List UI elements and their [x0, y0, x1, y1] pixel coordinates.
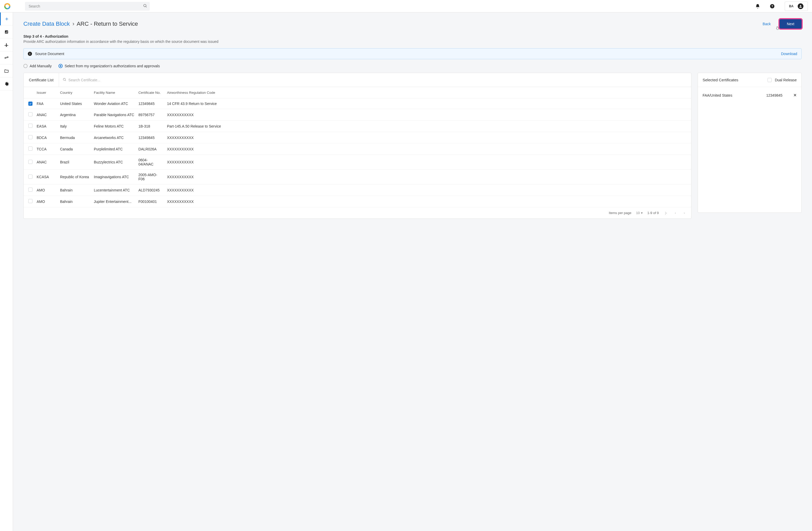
table-row[interactable]: AMOBahrainJupiter Entertainment...F00100…	[24, 196, 691, 207]
cell-issuer: BDCA	[34, 132, 58, 143]
authorization-mode-radios: Add Manually Select from my organization…	[24, 64, 802, 68]
banner-label: Source Document	[35, 52, 64, 56]
col-country: Country	[58, 87, 92, 99]
remove-selected-button[interactable]: ✕	[793, 93, 797, 98]
cell-facility: Arcanetworks ATC	[92, 132, 136, 143]
cell-arc: XXXXXXXXXXX	[165, 196, 691, 207]
cell-arc: XXXXXXXXXXX	[165, 185, 691, 196]
source-document-banner: i Source Document Download	[24, 48, 802, 59]
table-row[interactable]: KCASARepublic of KoreaImaginavigations A…	[24, 169, 691, 185]
cell-cert-no: 0604-04/ANAC	[136, 155, 165, 169]
col-issuer: Issuer	[34, 87, 58, 99]
cell-cert-no: 12349845	[136, 99, 165, 109]
table-row[interactable]: FAAUnited StatesWonder Aviation ATC12349…	[24, 99, 691, 109]
cell-facility: Lucentertainment ATC	[92, 185, 136, 196]
row-checkbox[interactable]	[28, 112, 32, 116]
cell-facility: Purplelimited ATC	[92, 143, 136, 155]
table-row[interactable]: ANACArgentinaParable Navigations ATC8975…	[24, 109, 691, 120]
cell-arc: XXXXXXXXXXX	[165, 132, 691, 143]
prev-page-button[interactable]: ‹	[673, 210, 677, 215]
global-search	[25, 2, 150, 11]
cell-issuer: AMO	[34, 196, 58, 207]
certificate-list-title: Certificate List	[24, 73, 59, 87]
radio-add-manually[interactable]: Add Manually	[24, 64, 52, 68]
first-page-button[interactable]: |‹	[664, 210, 669, 215]
items-per-page-select[interactable]: 10 ▾	[636, 211, 642, 215]
sidenav-item-aircraft[interactable]	[0, 39, 13, 51]
col-arc: Airworthiness Regulation Code	[165, 87, 691, 99]
breadcrumb-link[interactable]: Create Data Block	[24, 20, 70, 27]
dual-release-label: Dual Release	[775, 78, 797, 82]
row-checkbox[interactable]	[28, 124, 32, 128]
svg-point-4	[800, 5, 801, 6]
cell-country: Argentina	[58, 109, 92, 120]
cell-country: Republic of Korea	[58, 169, 92, 185]
cell-cert-no: DALR026A	[136, 143, 165, 155]
back-button[interactable]: Back	[759, 19, 774, 29]
sidenav-item-folder[interactable]	[0, 64, 13, 77]
row-checkbox[interactable]	[28, 175, 32, 179]
bell-icon[interactable]	[755, 4, 760, 9]
certificate-list-panel: Certificate List Issuer	[24, 73, 692, 219]
table-row[interactable]: BDCABermudaArcanetworks ATC12349845XXXXX…	[24, 132, 691, 143]
selected-cert-name: FAA/United States	[702, 93, 763, 98]
row-checkbox[interactable]	[28, 102, 32, 106]
cell-cert-no: 2005-AMO-F06	[136, 169, 165, 185]
cell-arc: 14 CFR 43.9 Return to Service	[165, 99, 691, 109]
topbar: ? BA	[0, 0, 812, 13]
cell-facility: Feline Motors ATC	[92, 120, 136, 132]
radio-select-from-org-label: Select from my organization's authorizat…	[65, 64, 160, 68]
search-input[interactable]	[25, 2, 150, 11]
breadcrumb-separator: ›	[73, 20, 74, 27]
download-link[interactable]: Download	[781, 52, 797, 56]
cell-issuer: KCASA	[34, 169, 58, 185]
table-row[interactable]: AMOBahrainLucentertainment ATCALD7930245…	[24, 185, 691, 196]
user-badge[interactable]: BA	[785, 2, 808, 11]
cell-issuer: TCCA	[34, 143, 58, 155]
cell-issuer: ANAC	[34, 109, 58, 120]
items-per-page-label: Items per page	[609, 211, 632, 215]
help-icon[interactable]: ?	[770, 4, 775, 9]
cell-facility: Wonder Aviation ATC	[92, 99, 136, 109]
search-icon[interactable]	[143, 4, 147, 9]
table-row[interactable]: ANACBrazilBuzzylectrics ATC0604-04/ANACX…	[24, 155, 691, 169]
selected-cert-number: 12349845	[766, 93, 789, 98]
radio-select-from-org[interactable]: Select from my organization's authorizat…	[58, 64, 160, 68]
sidenav-item-create[interactable]	[0, 13, 13, 26]
table-row[interactable]: EASAItalyFeline Motors ATC1B-318Part-145…	[24, 120, 691, 132]
cell-cert-no: 1B-318	[136, 120, 165, 132]
table-row[interactable]: TCCACanadaPurplelimited ATCDALR026AXXXXX…	[24, 143, 691, 155]
sidenav-item-dashboard[interactable]	[0, 26, 13, 39]
cell-cert-no: 12349845	[136, 132, 165, 143]
svg-rect-8	[5, 32, 6, 33]
cell-country: Canada	[58, 143, 92, 155]
row-checkbox[interactable]	[28, 135, 32, 139]
selected-certificates-title: Selected Certificates	[702, 78, 765, 82]
cell-facility: Imaginavigations ATC	[92, 169, 136, 185]
selected-certificate-row: FAA/United States12349845✕	[702, 91, 797, 99]
sidenav-item-transfer[interactable]	[0, 51, 13, 64]
cell-facility: Jupiter Entertainment...	[92, 196, 136, 207]
svg-point-11	[63, 78, 65, 80]
dual-release-checkbox[interactable]	[768, 78, 772, 82]
radio-add-manually-label: Add Manually	[30, 64, 52, 68]
search-icon	[63, 78, 66, 82]
row-checkbox[interactable]	[28, 160, 32, 164]
user-initials: BA	[789, 4, 794, 8]
certificate-search-input[interactable]	[68, 78, 687, 82]
sidenav	[0, 13, 13, 531]
row-checkbox[interactable]	[28, 147, 32, 151]
selected-certificates-panel: Selected Certificates Dual Release FAA/U…	[698, 73, 802, 213]
row-checkbox[interactable]	[28, 199, 32, 203]
svg-rect-10	[7, 31, 8, 33]
row-checkbox[interactable]	[28, 188, 32, 192]
step-description: Provide ARC authorization information in…	[24, 40, 802, 44]
svg-rect-9	[6, 31, 7, 33]
certificate-table: Issuer Country Facility Name Certificate…	[24, 87, 691, 207]
cell-issuer: AMO	[34, 185, 58, 196]
sidenav-item-settings[interactable]	[0, 77, 13, 90]
cell-cert-no: 89756757	[136, 109, 165, 120]
next-page-button[interactable]: ›	[682, 210, 686, 215]
breadcrumb: Create Data Block › ARC - Return to Serv…	[24, 20, 138, 27]
next-button[interactable]: Next	[780, 19, 802, 29]
